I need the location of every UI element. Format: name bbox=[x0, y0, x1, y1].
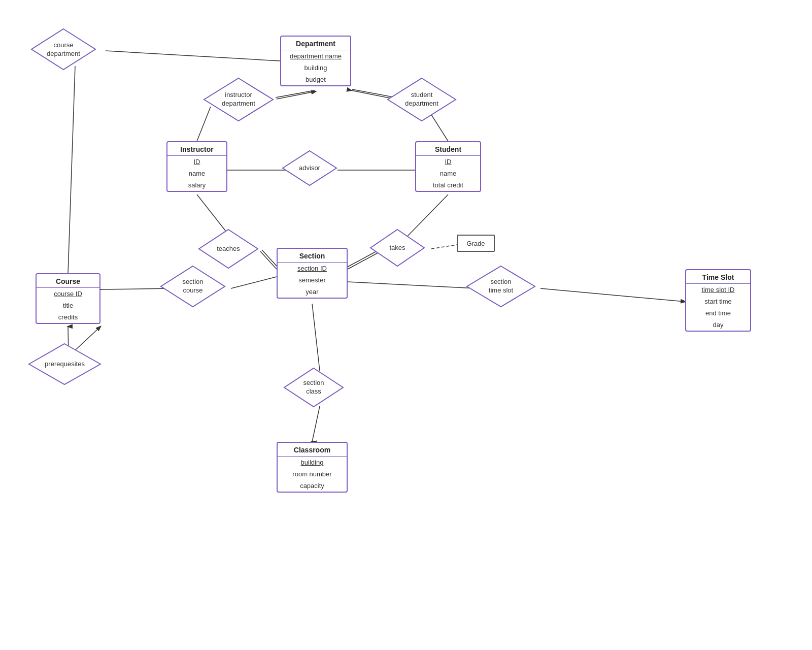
entity-instructor-attr-1: name bbox=[167, 168, 226, 179]
diamond-instructor-department: instructordepartment bbox=[203, 77, 274, 122]
entity-department-attr-1: building bbox=[281, 62, 350, 74]
diamond-teaches: teaches bbox=[198, 229, 259, 269]
entity-student: Student ID name total credit bbox=[415, 141, 481, 192]
entity-department-title: Department bbox=[281, 37, 350, 50]
entity-student-title: Student bbox=[416, 142, 480, 155]
entity-section-attr-0: section ID bbox=[278, 263, 347, 274]
svg-line-3 bbox=[276, 90, 315, 98]
entity-department: Department department name building budg… bbox=[280, 36, 351, 86]
entity-timeslot-attr-3: day bbox=[686, 319, 750, 331]
entity-timeslot-attr-0: time slot ID bbox=[686, 284, 750, 296]
entity-timeslot: Time Slot time slot ID start time end ti… bbox=[685, 269, 751, 332]
svg-line-1 bbox=[68, 66, 75, 273]
entity-classroom-attr-1: room number bbox=[278, 468, 347, 480]
diamond-takes: takes bbox=[369, 229, 425, 267]
svg-line-22 bbox=[312, 406, 320, 442]
entity-timeslot-attr-2: end time bbox=[686, 307, 750, 319]
entity-department-attr-0: department name bbox=[281, 50, 350, 62]
entity-course: Course course ID title credits bbox=[36, 273, 100, 324]
entity-department-attr-2: budget bbox=[281, 74, 350, 85]
entity-classroom-title: Classroom bbox=[278, 443, 347, 456]
entity-instructor: Instructor ID name salary bbox=[166, 141, 227, 192]
diamond-instructor-department-label: instructordepartment bbox=[222, 91, 255, 108]
svg-line-21 bbox=[312, 304, 320, 371]
svg-line-19 bbox=[540, 288, 685, 302]
entity-course-attr-0: course ID bbox=[37, 288, 99, 300]
entity-classroom: Classroom building room number capacity bbox=[277, 442, 348, 493]
diamond-section-course-label: sectioncourse bbox=[182, 278, 203, 295]
diamond-prerequesites: prerequesites bbox=[28, 343, 101, 385]
entity-section-attr-1: semester bbox=[278, 274, 347, 286]
entity-instructor-attr-0: ID bbox=[167, 156, 226, 168]
entity-timeslot-title: Time Slot bbox=[686, 270, 750, 283]
entity-course-attr-1: title bbox=[37, 300, 99, 311]
svg-line-20 bbox=[348, 282, 477, 288]
entity-student-attr-2: total credit bbox=[416, 179, 480, 191]
er-diagram-canvas: Department department name building budg… bbox=[0, 0, 812, 650]
diamond-takes-label: takes bbox=[389, 244, 405, 252]
entity-course-title: Course bbox=[37, 274, 99, 287]
entity-section-attr-2: year bbox=[278, 286, 347, 298]
entity-student-attr-1: name bbox=[416, 168, 480, 179]
diamond-course-department: coursedepartment bbox=[30, 28, 96, 71]
entity-classroom-attr-0: building bbox=[278, 457, 347, 468]
diamond-student-department: studentdepartment bbox=[387, 77, 457, 122]
diamond-section-class: sectionclass bbox=[283, 367, 344, 408]
diamond-section-timeslot: sectiontime slot bbox=[466, 265, 536, 308]
svg-line-18 bbox=[231, 277, 277, 288]
svg-line-12 bbox=[262, 250, 278, 268]
diamond-advisor: advisor bbox=[282, 150, 337, 186]
entity-section-title: Section bbox=[278, 249, 347, 262]
diamond-section-course: sectioncourse bbox=[160, 265, 226, 308]
diamond-advisor-label: advisor bbox=[299, 164, 320, 173]
diamond-teaches-label: teaches bbox=[217, 245, 240, 253]
small-box-grade-label: Grade bbox=[466, 240, 485, 247]
diamond-section-class-label: sectionclass bbox=[303, 379, 324, 396]
diamond-student-department-label: studentdepartment bbox=[405, 91, 438, 108]
entity-classroom-attr-2: capacity bbox=[278, 480, 347, 492]
small-box-grade: Grade bbox=[457, 235, 495, 252]
diamond-prerequesites-label: prerequesites bbox=[45, 360, 85, 369]
diamond-section-timeslot-label: sectiontime slot bbox=[489, 278, 513, 295]
entity-instructor-attr-2: salary bbox=[167, 179, 226, 191]
svg-line-11 bbox=[260, 251, 277, 269]
svg-line-0 bbox=[106, 51, 280, 61]
entity-student-attr-0: ID bbox=[416, 156, 480, 168]
svg-line-16 bbox=[431, 245, 457, 249]
diamond-course-department-label: coursedepartment bbox=[47, 41, 80, 58]
svg-line-2 bbox=[277, 91, 316, 99]
entity-instructor-title: Instructor bbox=[167, 142, 226, 155]
entity-timeslot-attr-1: start time bbox=[686, 296, 750, 307]
entity-course-attr-2: credits bbox=[37, 311, 99, 323]
entity-section: Section section ID semester year bbox=[277, 248, 348, 299]
